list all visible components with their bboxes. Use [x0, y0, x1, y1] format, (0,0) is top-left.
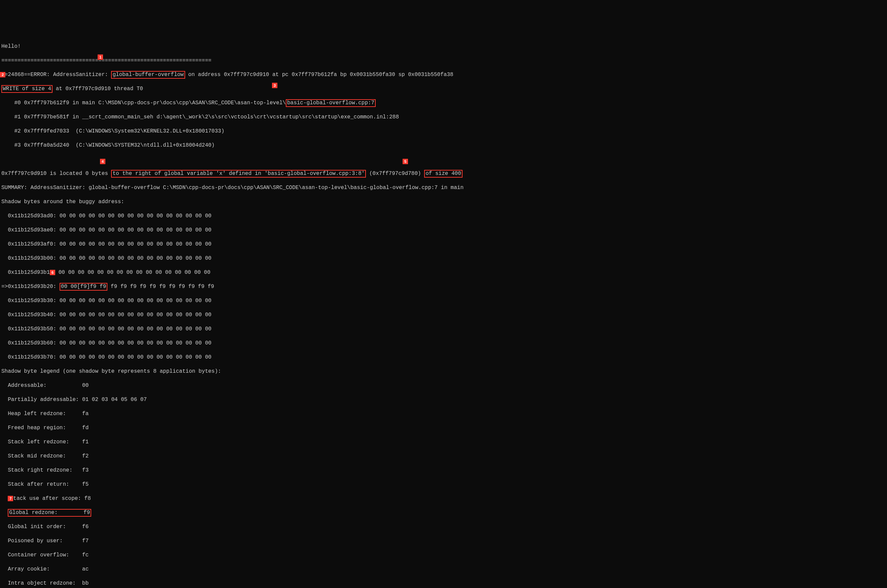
stack-frame-1: #1 0x7ff797be581f in __scrt_common_main_… — [2, 114, 885, 121]
shadow-row: 0x11b125d93b50: 00 00 00 00 00 00 00 00 … — [2, 326, 885, 333]
greeting-line: Hello! — [2, 43, 885, 50]
callout-3: 3 — [272, 83, 277, 88]
error-suffix: on address 0x7ff797c9d910 at pc 0x7ff797… — [185, 72, 453, 78]
shadow-header: Shadow bytes around the buggy address: — [2, 198, 885, 206]
legend-stack-scope-post: tack use after scope: f8 — [13, 495, 90, 501]
shadow-row: 0x11b125d93b40: 00 00 00 00 00 00 00 00 … — [2, 312, 885, 318]
legend-global-redzone: Global redzone: f9 — [2, 509, 885, 516]
shadow-b10-suffix: 00 00 00 00 00 00 00 00 00 00 00 00 00 0… — [55, 270, 210, 276]
frame0-prefix: #0 0x7ff797b612f9 in main C:\MSDN\cpp-do… — [2, 100, 286, 106]
legend-row: Addressable: 00 — [2, 382, 885, 389]
variable-definition-box: to the right of global variable 'x' defi… — [111, 170, 366, 178]
error-prefix: ==24868==ERROR: AddressSanitizer: — [2, 72, 111, 78]
callout-2: 2 — [0, 72, 5, 77]
global-redzone-pad — [2, 510, 8, 516]
legend-row: Partially addressable: 01 02 03 04 05 06… — [2, 396, 885, 404]
error-line: 2==24868==ERROR: AddressSanitizer: globa… — [2, 71, 885, 78]
location-mid: (0x7ff797c9d780) — [366, 171, 424, 177]
shadow-row: 0x11b125d93b70: 00 00 00 00 00 00 00 00 … — [2, 354, 885, 361]
shadow-row: 0x11b125d93ad0: 00 00 00 00 00 00 00 00 … — [2, 213, 885, 220]
summary-line: SUMMARY: AddressSanitizer: global-buffer… — [2, 184, 885, 191]
error-type-box: global-buffer-overflow — [111, 71, 185, 79]
source-location-box: basic-global-overflow.cpp:7 — [286, 99, 376, 107]
stack-frame-2: #2 0x7fff9fed7033 (C:\WINDOWS\System32\K… — [2, 128, 885, 135]
terminal-output: Hello! =================================… — [0, 35, 887, 588]
callout-4: 4 — [100, 159, 105, 164]
write-line: WRITE of size 4 at 0x7ff797c9d910 thread… — [2, 86, 885, 93]
separator-text: ========================================… — [2, 57, 211, 64]
shadow-redzone-box: 00 00[f9]f9 f9 — [60, 283, 107, 291]
legend-header: Shadow byte legend (one shadow byte repr… — [2, 368, 885, 375]
write-suffix: at 0x7ff797c9d910 thread T0 — [53, 86, 143, 92]
stack-frame-3: #3 0x7fffa0a5d240 (C:\WINDOWS\SYSTEM32\n… — [2, 142, 885, 149]
shadow-row: 0x11b125d93b30: 00 00 00 00 00 00 00 00 … — [2, 297, 885, 304]
legend-row: Stack after return: f5 — [2, 481, 885, 488]
shadow-row: 0x11b125d93b00: 00 00 00 00 00 00 00 00 … — [2, 255, 885, 262]
shadow-row: 0x11b125d93b60: 00 00 00 00 00 00 00 00 … — [2, 340, 885, 347]
variable-size-box: of size 400 — [424, 170, 463, 178]
shadow-b10-prefix: 0x11b125d93b1 — [2, 270, 50, 276]
write-size-box: WRITE of size 4 — [2, 85, 53, 93]
legend-row: Freed heap region: fd — [2, 424, 885, 432]
stack-frame-0: #0 0x7ff797b612f9 in main C:\MSDN\cpp-do… — [2, 100, 885, 106]
shadow-row: 0x11b125d93ae0: 00 00 00 00 00 00 00 00 … — [2, 227, 885, 234]
shadow-row-b10: 0x11b125d93b16 00 00 00 00 00 00 00 00 0… — [2, 269, 885, 276]
global-redzone-box: Global redzone: f9 — [8, 509, 91, 517]
callout-7: 7 — [8, 496, 13, 501]
shadow-pointer-row: =>0x11b125d93b20: 00 00[f9]f9 f9 f9 f9 f… — [2, 283, 885, 290]
location-prefix: 0x7ff797c9d910 is located 0 bytes — [2, 171, 111, 177]
legend-row: Container overflow: fc — [2, 552, 885, 559]
legend-stack-scope-pre — [2, 495, 8, 501]
legend-row: Stack left redzone: f1 — [2, 439, 885, 446]
legend-row: Poisoned by user: f7 — [2, 537, 885, 544]
legend-row: Heap left redzone: fa — [2, 410, 885, 417]
shadow-ptr-suffix: f9 f9 f9 f9 f9 f9 f9 f9 f9 f9 f9 — [107, 284, 214, 290]
legend-row-stack-scope: 7tack use after scope: f8 — [2, 495, 885, 502]
blank-line: 45 — [2, 156, 885, 163]
legend-row: Stack right redzone: f3 — [2, 467, 885, 474]
location-line: 0x7ff797c9d910 is located 0 bytes to the… — [2, 170, 885, 177]
legend-row: Global init order: f6 — [2, 524, 885, 531]
legend-row: Array cookie: ac — [2, 566, 885, 573]
shadow-row: 0x11b125d93af0: 00 00 00 00 00 00 00 00 … — [2, 241, 885, 248]
separator-line: ========================================… — [2, 57, 885, 64]
shadow-ptr-prefix: =>0x11b125d93b20: — [2, 284, 60, 290]
callout-6: 6 — [50, 270, 55, 275]
callout-5: 5 — [403, 159, 408, 164]
callout-1: 1 — [98, 54, 103, 60]
legend-row: Stack mid redzone: f2 — [2, 453, 885, 460]
legend-row: Intra object redzone: bb — [2, 580, 885, 587]
